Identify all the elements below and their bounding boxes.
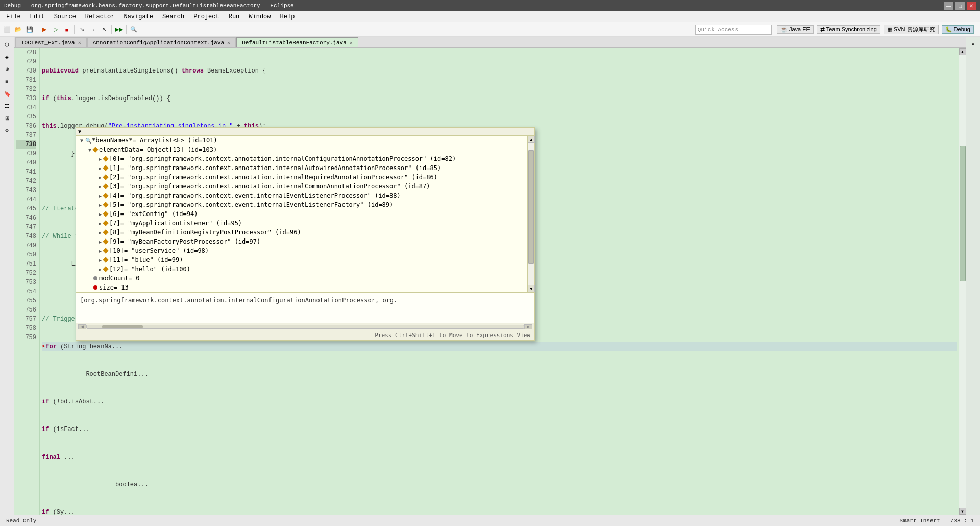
perspective-java-ee[interactable]: ☕ Java EE xyxy=(777,25,814,34)
tb-save-button[interactable]: 💾 xyxy=(24,25,35,35)
tb-new-button[interactable]: ⬜ xyxy=(2,25,12,35)
line-num-740: 740 xyxy=(16,158,36,168)
popup-hscroll-left[interactable]: ◀ xyxy=(78,324,86,329)
line-num-739: 739 xyxy=(16,149,36,158)
tb-open-button[interactable]: 📂 xyxy=(13,25,23,35)
tab-annotation-close[interactable]: ✕ xyxy=(227,40,230,46)
popup-scroll-thumb[interactable] xyxy=(528,150,534,264)
tree-elem-1[interactable]: ▶ [1]= "org.springframework.context.anno… xyxy=(76,163,527,173)
lt-btn-6[interactable]: ☷ xyxy=(2,100,13,111)
popup-scroll-track[interactable] xyxy=(528,143,534,285)
perspective-team-sync[interactable]: ⇄ Team Synchronizing xyxy=(817,25,880,34)
magnify-icon: 🔍 xyxy=(85,138,90,143)
line-num-731: 731 xyxy=(16,76,36,85)
tree-elementdata-row[interactable]: ▼ elementData= Object[13] (id=103) xyxy=(76,145,527,154)
quick-access-box[interactable]: Quick Access xyxy=(695,25,772,35)
root-toggle[interactable]: ▼ xyxy=(78,138,85,144)
tree-elem-6[interactable]: ▶ [6]= "extConfig" (id=94) xyxy=(76,209,527,219)
minimize-button[interactable]: — xyxy=(944,2,953,10)
tree-elem-11[interactable]: ▶ [11]= "blue" (id=99) xyxy=(76,255,527,265)
tree-elem-7[interactable]: ▶ [7]= "myApplicationListener" (id=95) xyxy=(76,219,527,228)
menu-project[interactable]: Project xyxy=(189,12,223,21)
line-num-746: 746 xyxy=(16,213,36,223)
tree-elem-0[interactable]: ▶ [0]= "org.springframework.context.anno… xyxy=(76,154,527,163)
line-num-737: 737 xyxy=(16,131,36,140)
popup-hscroll-right[interactable]: ▶ xyxy=(524,324,532,329)
tree-elem-10[interactable]: ▶ [10]= "userService" (id=98) xyxy=(76,246,527,255)
tb-step-return[interactable]: ↖ xyxy=(99,25,109,35)
lt-btn-1[interactable]: ⬡ xyxy=(2,39,13,50)
popup-vscroll[interactable]: ▲ ▼ xyxy=(527,136,534,292)
line-num-735: 735 xyxy=(16,112,36,122)
menu-navigate[interactable]: Navigate xyxy=(119,12,157,21)
tree-elem-4[interactable]: ▶ [4]= "org.springframework.context.even… xyxy=(76,191,527,200)
editor-container: IOCTest_Ext.java ✕ AnnotationConfigAppli… xyxy=(14,37,966,515)
tb-step-into[interactable]: ↘ xyxy=(77,25,87,35)
right-bar: ▼ xyxy=(966,37,980,515)
tb-debug-button[interactable]: ▶ xyxy=(39,25,50,35)
rb-btn-1[interactable]: ▼ xyxy=(968,39,979,50)
elementdata-label: elementData= Object[13] (id=103) xyxy=(99,146,217,153)
perspective-svn[interactable]: ▦ SVN 资源库研究 xyxy=(884,25,939,34)
tree-elem-2[interactable]: ▶ [2]= "org.springframework.context.anno… xyxy=(76,173,527,182)
elem-10-icon xyxy=(103,248,108,253)
elem-2-label: [2]= "org.springframework.context.annota… xyxy=(109,174,437,181)
tab-ioctest[interactable]: IOCTest_Ext.java ✕ xyxy=(15,37,87,47)
lt-btn-8[interactable]: ⚙ xyxy=(2,125,13,136)
editor-scroll-thumb[interactable] xyxy=(960,146,966,281)
menu-file[interactable]: File xyxy=(2,12,25,21)
tab-annotation[interactable]: AnnotationConfigApplicationContext.java … xyxy=(87,37,236,47)
tab-ioctest-close[interactable]: ✕ xyxy=(78,40,81,46)
popup-hscroll[interactable]: ◀ ▶ xyxy=(76,323,534,330)
main-area: ⬡ ◈ ⊕ ≡ 🔖 ☷ ⊞ ⚙ IOCTest_Ext.java ✕ Annot… xyxy=(0,37,980,515)
tb-step-over[interactable]: → xyxy=(88,25,98,35)
tree-elem-8[interactable]: ▶ [8]= "myBeanDefinitionRegistryPostProc… xyxy=(76,228,527,237)
elem-6-icon xyxy=(103,211,108,217)
code-line-739: RootBeanDefini... xyxy=(42,370,957,379)
popup-scroll-up[interactable]: ▲ xyxy=(528,136,535,143)
line-num-732: 732 xyxy=(16,85,36,94)
editor-scroll-track[interactable] xyxy=(959,55,966,508)
menu-refactor[interactable]: Refactor xyxy=(81,12,119,21)
line-num-756: 756 xyxy=(16,305,36,315)
tb-stop-button[interactable]: ■ xyxy=(62,25,72,35)
editor-scroll-down[interactable]: ▼ xyxy=(959,508,966,515)
tb-resume-button[interactable]: ▶▶ xyxy=(114,25,124,35)
popup-hscroll-thumb[interactable] xyxy=(102,325,143,328)
debug-popup-dropdown[interactable]: ▼ xyxy=(78,129,81,134)
lt-btn-7[interactable]: ⊞ xyxy=(2,112,13,124)
tab-ioctest-label: IOCTest_Ext.java xyxy=(21,40,75,46)
popup-text-area: [org.springframework.context.annotation.… xyxy=(76,292,534,323)
perspective-debug[interactable]: 🐛 Debug xyxy=(942,25,974,34)
menu-run[interactable]: Run xyxy=(225,12,244,21)
lt-btn-2[interactable]: ◈ xyxy=(2,51,13,62)
tree-elem-3[interactable]: ▶ [3]= "org.springframework.context.anno… xyxy=(76,182,527,191)
elem-11-icon xyxy=(103,257,108,262)
close-button[interactable]: ✕ xyxy=(967,2,976,10)
size-label: size= 13 xyxy=(99,284,129,291)
popup-hscroll-track[interactable] xyxy=(86,325,524,329)
tree-root-row[interactable]: ▼ 🔍 *beanNames*= ArrayList<E> (id=101) xyxy=(76,136,527,145)
menu-search[interactable]: Search xyxy=(158,12,188,21)
tb-search-button[interactable]: 🔍 xyxy=(129,25,139,35)
lt-btn-4[interactable]: ≡ xyxy=(2,76,13,87)
tb-run-button[interactable]: ▷ xyxy=(51,25,61,35)
tb-sep1 xyxy=(37,25,37,34)
lt-btn-5[interactable]: 🔖 xyxy=(2,88,13,99)
menu-help[interactable]: Help xyxy=(276,12,299,21)
tree-elem-5[interactable]: ▶ [5]= "org.springframework.context.even… xyxy=(76,200,527,209)
lt-btn-3[interactable]: ⊕ xyxy=(2,63,13,75)
tab-defaultlistable-close[interactable]: ✕ xyxy=(350,40,353,46)
menu-window[interactable]: Window xyxy=(244,12,275,21)
editor-scroll-up[interactable]: ▲ xyxy=(959,48,966,55)
popup-scroll-down[interactable]: ▼ xyxy=(528,285,535,292)
tree-elem-12[interactable]: ▶ [12]= "hello" (id=100) xyxy=(76,265,527,274)
line-num-748: 748 xyxy=(16,232,36,241)
tree-elem-9[interactable]: ▶ [9]= "myBeanFactoryPostProcessor" (id=… xyxy=(76,237,527,246)
menu-edit[interactable]: Edit xyxy=(26,12,49,21)
tab-defaultlistable[interactable]: DefaultListableBeanFactory.java ✕ xyxy=(236,37,358,47)
tb-sep2 xyxy=(74,25,75,34)
editor-vscroll[interactable]: ▲ ▼ xyxy=(959,48,966,515)
maximize-button[interactable]: □ xyxy=(955,2,965,10)
menu-source[interactable]: Source xyxy=(50,12,80,21)
